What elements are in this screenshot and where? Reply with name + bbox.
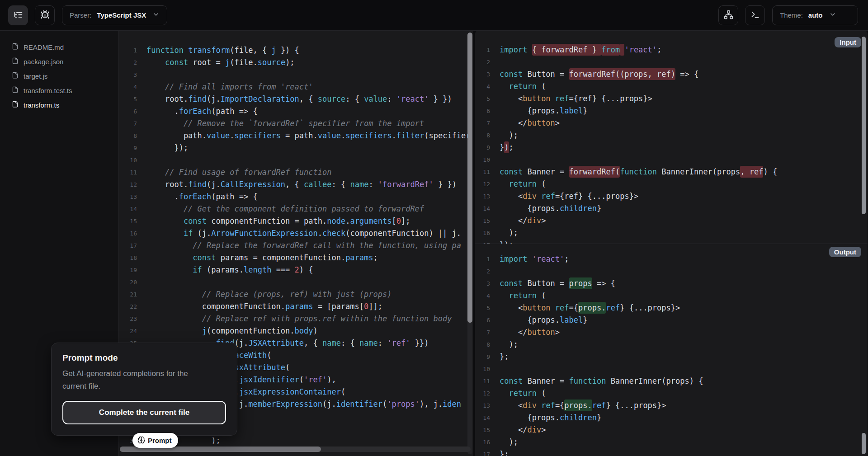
prompt-mode-tooltip: Prompt mode Get AI-generated completions… [51, 343, 237, 436]
code-line: 13 .forEach(path => { [119, 191, 473, 203]
file-tree-toggle-button[interactable] [8, 5, 28, 25]
line-number: 8 [475, 338, 490, 351]
bug-icon [40, 10, 50, 21]
code-line: 18 const params = componentFunction.para… [119, 252, 473, 264]
line-number: 18 [119, 252, 137, 264]
code-line: 2 const root = j(file.source); [119, 56, 473, 69]
line-number: 1 [119, 44, 137, 56]
parser-select-label: Parser: [70, 11, 91, 19]
parser-select[interactable]: Parser: TypeScript JSX [62, 5, 167, 25]
code-line: 23 // Replace ref with props.ref within … [119, 313, 473, 325]
line-number: 6 [475, 314, 490, 326]
prompt-button[interactable]: Prompt [132, 433, 178, 448]
debug-button[interactable] [35, 5, 55, 25]
code-line: 5 <button ref={ref} {...props}> [475, 93, 868, 105]
complete-current-file-button[interactable]: Complete the current file [62, 401, 226, 424]
theme-select-label: Theme: [780, 11, 803, 19]
editor-vertical-scrollbar[interactable] [467, 32, 472, 454]
line-number: 17 [119, 240, 137, 252]
file-name: target.js [24, 72, 47, 80]
line-number: 15 [475, 215, 490, 227]
code-line: 17}); [475, 239, 868, 244]
code-line: 1function transform(file, { j }) { [119, 44, 473, 56]
output-code-panel[interactable]: Output 1import 'react';23const Button = … [475, 244, 868, 456]
ast-view-button[interactable] [718, 5, 738, 25]
input-code-panel[interactable]: Input 1import { forwardRef } from 'react… [475, 31, 868, 244]
code-line: 22 componentFunction.params = [params[0]… [119, 301, 473, 313]
code-line: 11 // Find usage of forwardRef function [119, 166, 473, 179]
code-line: 14 // Get the component definition passe… [119, 203, 473, 215]
theme-select-value: auto [808, 11, 823, 19]
code-line: 6 .forEach(path => { [119, 105, 473, 118]
line-number: 12 [475, 178, 490, 190]
code-line: 13 <div ref={ref} {...props}> [475, 190, 868, 202]
code-line: 7 </button> [475, 326, 868, 338]
line-number: 1 [475, 44, 490, 56]
app-window: Parser: TypeScript JSX [0, 0, 868, 456]
code-line: 12 return ( [475, 178, 868, 190]
file-item[interactable]: transform.ts [0, 98, 118, 112]
theme-select[interactable]: Theme: auto [772, 5, 858, 25]
line-number: 16 [475, 436, 490, 448]
line-number: 8 [475, 129, 490, 141]
line-number: 7 [119, 118, 137, 130]
line-number: 8 [119, 130, 137, 142]
code-line: 10 [475, 154, 868, 166]
code-line: 16 ); [475, 227, 868, 239]
output-code: 1import 'react';23const Button = props =… [475, 244, 868, 456]
code-line: 11const Banner = function BannerInner(pr… [475, 375, 868, 387]
line-number: 7 [475, 117, 490, 129]
line-number: 3 [475, 68, 490, 80]
brain-icon [137, 436, 145, 445]
line-number: 4 [475, 290, 490, 302]
file-name: README.md [24, 43, 64, 51]
line-number: 5 [119, 93, 137, 105]
code-line: 5 <button ref={props.ref} {...props}> [475, 302, 868, 314]
chevron-down-icon [146, 11, 160, 20]
editor-vertical-scrollbar-thumb[interactable] [467, 33, 472, 323]
code-line: 12 root.find(j.CallExpression, { callee:… [119, 179, 473, 191]
code-line: 3 [119, 69, 473, 81]
code-line: 9}; [475, 351, 868, 363]
code-line: 10 [475, 363, 868, 375]
code-line: 1import 'react'; [475, 253, 868, 265]
code-line: 24 j(componentFunction.body) [119, 325, 473, 337]
line-number: 12 [119, 179, 137, 191]
toolbar: Parser: TypeScript JSX [0, 0, 868, 31]
code-line: 3const Button = forwardRef((props, ref) … [475, 68, 868, 80]
line-number: 2 [119, 56, 137, 69]
file-list: README.md package.json target.js transfo… [0, 40, 118, 112]
parser-select-value: TypeScript JSX [97, 11, 146, 19]
console-button[interactable] [745, 5, 765, 25]
code-line: 4 return ( [475, 290, 868, 302]
line-number: 16 [119, 227, 137, 240]
file-icon [12, 43, 19, 51]
code-line: 16 if (j.ArrowFunctionExpression.check(c… [119, 227, 473, 240]
code-line: 21 // Replace (props, ref) with just (pr… [119, 288, 473, 301]
code-line: 7 // Remove the `forwardRef` specifier f… [119, 118, 473, 130]
code-line: 8 ); [475, 129, 868, 141]
file-item[interactable]: package.json [0, 54, 118, 69]
line-number: 5 [475, 93, 490, 105]
code-line: 15 </div> [475, 215, 868, 227]
output-badge: Output [829, 247, 861, 257]
line-number: 21 [119, 288, 137, 301]
file-icon [12, 101, 19, 109]
input-scrollbar-thumb[interactable] [862, 37, 866, 214]
code-line: 2 [475, 265, 868, 277]
line-number: 2 [475, 56, 490, 68]
line-number: 10 [119, 154, 137, 166]
code-line: 6 {props.label} [475, 314, 868, 326]
chevron-down-icon [823, 11, 836, 20]
file-item[interactable]: README.md [0, 40, 118, 54]
output-scrollbar-thumb[interactable] [862, 433, 866, 454]
line-number: 24 [119, 325, 137, 337]
line-number: 6 [475, 105, 490, 117]
code-line: 14 {props.children} [475, 202, 868, 215]
line-number: 12 [475, 387, 490, 400]
file-item[interactable]: target.js [0, 69, 118, 83]
code-line: 5 root.find(j.ImportDeclaration, { sourc… [119, 93, 473, 105]
line-number: 5 [475, 302, 490, 314]
line-number: 15 [119, 215, 137, 227]
file-item[interactable]: transform.test.ts [0, 83, 118, 98]
